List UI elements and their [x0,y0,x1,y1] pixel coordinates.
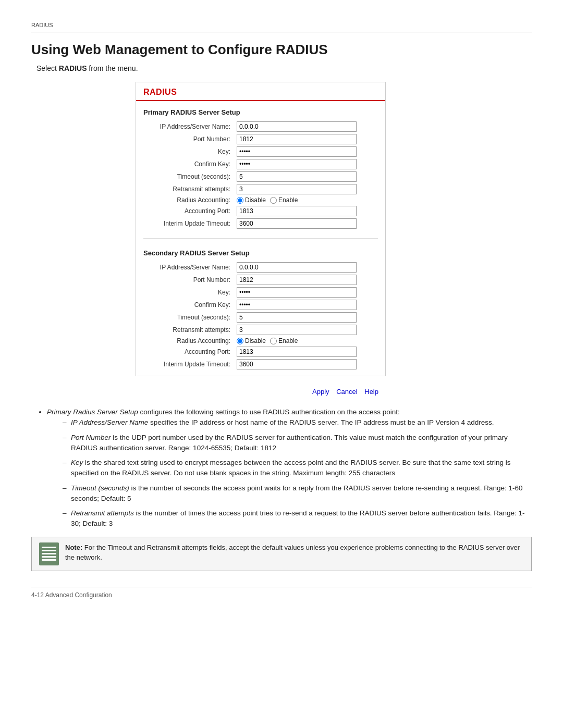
secondary-timeout-input[interactable] [237,312,357,323]
table-row: Confirm Key: [143,158,378,170]
apply-button[interactable]: Apply [312,388,329,396]
field-label: Interim Update Timeout: [143,217,235,230]
note-icon-line-1 [42,547,56,548]
table-row: Port Number: [143,133,378,145]
table-row: Confirm Key: [143,299,378,311]
table-row: Key: [143,145,378,158]
field-label: Confirm Key: [143,299,235,311]
dash-item: Retransmit attempts is the number of tim… [63,508,532,529]
intro-bold: RADIUS [59,64,87,72]
secondary-interim-timeout-input[interactable] [237,359,357,369]
primary-timeout-input[interactable] [237,171,357,182]
field-label: Radius Accounting: [143,336,235,346]
list-item: Primary Radius Server Setup configures t… [47,407,532,529]
dash-item: Timeout (seconds) is the number of secon… [63,483,532,504]
dash-text: is the number of times the access point … [71,509,524,527]
dash-item: IP Address/Server Name specifies the IP … [63,417,532,428]
table-row: IP Address/Server Name: [143,261,378,274]
secondary-section: Secondary RADIUS Server Setup IP Address… [136,242,385,376]
breadcrumb: RADIUS [31,22,53,28]
dash-text: is the number of seconds the access poin… [71,484,523,502]
table-row: Interim Update Timeout: [143,217,378,230]
note-text: Note: For the Timeout and Retransmit att… [65,542,524,563]
table-row: Radius Accounting: Disable Enable [143,195,378,205]
intro-prefix: Select [36,64,59,72]
bullet-list: Primary Radius Server Setup configures t… [47,407,532,529]
radius-panel: RADIUS Primary RADIUS Server Setup IP Ad… [136,82,386,376]
note-icon-line-2 [42,550,56,551]
primary-radius-accounting: Disable Enable [237,196,376,204]
table-row: Radius Accounting: Disable Enable [143,336,378,346]
note-icon [39,542,59,565]
secondary-enable-radio[interactable] [270,338,277,344]
table-row: Retransmit attempts: [143,183,378,195]
intro-suffix: from the menu. [87,64,138,72]
dash-item: Key is the shared text string used to en… [63,458,532,479]
field-label: Accounting Port: [143,346,235,358]
field-label: Radius Accounting: [143,195,235,205]
secondary-confirm-key-input[interactable] [237,300,357,310]
primary-form-table: IP Address/Server Name: Port Number: Key… [143,120,378,230]
secondary-enable-label[interactable]: Enable [270,337,298,344]
dash-text: is the shared text string used to encryp… [71,459,510,477]
note-box: Note: For the Timeout and Retransmit att… [31,537,532,571]
primary-port-input[interactable] [237,134,357,144]
secondary-disable-label[interactable]: Disable [237,337,266,344]
field-label: Accounting Port: [143,205,235,217]
dash-item: Port Number is the UDP port number used … [63,433,532,454]
primary-section-header: Primary RADIUS Server Setup [143,108,378,116]
field-label: Timeout (seconds): [143,170,235,183]
footer-text: 4-12 Advanced Configuration [31,591,112,599]
page-wrapper: RADIUS Using Web Management to Configure… [0,0,563,728]
secondary-ip-input[interactable] [237,262,357,273]
page-footer: 4-12 Advanced Configuration [31,587,532,599]
note-icon-line-3 [42,553,56,554]
field-label: Key: [143,286,235,299]
primary-retransmit-input[interactable] [237,184,357,194]
secondary-accounting-port-input[interactable] [237,347,357,357]
field-label: Port Number: [143,274,235,286]
primary-key-input[interactable] [237,146,357,157]
breadcrumb-bar: RADIUS [31,21,532,32]
primary-disable-radio[interactable] [237,197,243,204]
field-label: Key: [143,145,235,158]
table-row: Port Number: [143,274,378,286]
field-label: IP Address/Server Name: [143,120,235,133]
table-row: Timeout (seconds): [143,311,378,324]
secondary-radius-accounting: Disable Enable [237,337,376,344]
primary-ip-input[interactable] [237,121,357,132]
field-label: Confirm Key: [143,158,235,170]
help-button[interactable]: Help [364,388,378,396]
note-icon-line-4 [42,556,56,558]
note-bold: Note: [65,544,82,551]
table-row: Retransmit attempts: [143,324,378,336]
table-row: Accounting Port: [143,205,378,217]
page-title: Using Web Management to Configure RADIUS [31,42,532,58]
dash-italic: Key [71,459,83,466]
dash-italic: Retransmit attempts [71,509,134,517]
table-row: Interim Update Timeout: [143,358,378,371]
table-row: IP Address/Server Name: [143,120,378,133]
primary-section: Primary RADIUS Server Setup IP Address/S… [136,101,385,235]
dash-italic: IP Address/Server Name [71,418,148,426]
primary-enable-radio[interactable] [270,197,277,204]
secondary-disable-radio[interactable] [237,338,243,344]
field-label: Port Number: [143,133,235,145]
primary-interim-timeout-input[interactable] [237,218,357,229]
primary-accounting-port-input[interactable] [237,206,357,216]
secondary-section-header: Secondary RADIUS Server Setup [143,249,378,257]
primary-confirm-key-input[interactable] [237,159,357,169]
secondary-retransmit-input[interactable] [237,325,357,335]
dash-italic: Port Number [71,434,111,441]
field-label: Retransmit attempts: [143,183,235,195]
table-row: Timeout (seconds): [143,170,378,183]
table-row: Key: [143,286,378,299]
secondary-port-input[interactable] [237,275,357,285]
field-label: IP Address/Server Name: [143,261,235,274]
secondary-key-input[interactable] [237,287,357,298]
primary-disable-label[interactable]: Disable [237,196,266,204]
primary-enable-label[interactable]: Enable [270,196,298,204]
dash-text: is the UDP port number used by the RADIU… [71,434,508,452]
dash-text: specifies the IP address or host name of… [148,418,494,426]
cancel-button[interactable]: Cancel [336,388,357,396]
